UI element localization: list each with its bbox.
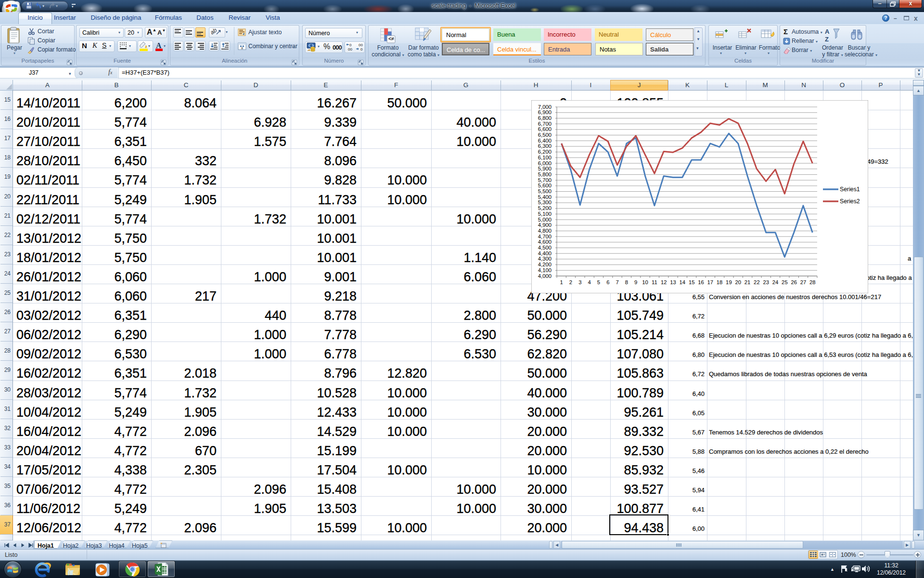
svg-text:13: 13 bbox=[670, 279, 676, 285]
svg-text:27: 27 bbox=[800, 279, 807, 285]
svg-text:5,400: 5,400 bbox=[538, 194, 552, 200]
svg-text:5,500: 5,500 bbox=[538, 188, 552, 194]
svg-text:26: 26 bbox=[791, 279, 797, 285]
svg-text:5,700: 5,700 bbox=[538, 177, 552, 183]
svg-text:00: 00 bbox=[348, 47, 352, 52]
svg-text:6,700: 6,700 bbox=[538, 121, 552, 127]
svg-text:6,400: 6,400 bbox=[538, 138, 552, 144]
svg-text:5,900: 5,900 bbox=[538, 166, 552, 171]
svg-text:6,300: 6,300 bbox=[538, 143, 552, 149]
svg-text:0: 0 bbox=[349, 43, 352, 47]
svg-text:22: 22 bbox=[754, 279, 760, 285]
svg-text:5,100: 5,100 bbox=[538, 211, 552, 217]
svg-text:5,800: 5,800 bbox=[538, 171, 552, 177]
svg-text:6,100: 6,100 bbox=[538, 155, 552, 160]
svg-text:6,500: 6,500 bbox=[538, 132, 552, 138]
svg-text:4,100: 4,100 bbox=[538, 267, 552, 273]
svg-text:10: 10 bbox=[642, 279, 648, 285]
svg-text:4,200: 4,200 bbox=[538, 262, 552, 267]
svg-text:28: 28 bbox=[809, 279, 816, 285]
svg-text:12: 12 bbox=[661, 279, 667, 285]
svg-text:19: 19 bbox=[726, 279, 732, 285]
svg-text:3: 3 bbox=[578, 279, 581, 285]
svg-text:9: 9 bbox=[634, 279, 637, 285]
svg-text:4,800: 4,800 bbox=[538, 228, 552, 234]
svg-text:24: 24 bbox=[772, 279, 779, 285]
svg-text:4,400: 4,400 bbox=[538, 250, 552, 256]
svg-text:4,000: 4,000 bbox=[538, 273, 552, 279]
svg-text:5,000: 5,000 bbox=[538, 217, 552, 223]
svg-text:00: 00 bbox=[359, 43, 363, 47]
svg-text:5,300: 5,300 bbox=[538, 199, 552, 205]
svg-text:6,800: 6,800 bbox=[538, 115, 552, 121]
svg-text:8: 8 bbox=[625, 279, 628, 285]
svg-text:11: 11 bbox=[652, 279, 657, 285]
svg-text:17: 17 bbox=[707, 279, 714, 285]
svg-text:5,600: 5,600 bbox=[538, 183, 552, 188]
svg-text:4,700: 4,700 bbox=[538, 234, 552, 239]
svg-text:0: 0 bbox=[360, 47, 363, 52]
svg-text:5,200: 5,200 bbox=[538, 205, 552, 211]
svg-text:6: 6 bbox=[606, 279, 609, 285]
svg-text:23: 23 bbox=[763, 279, 769, 285]
svg-text:4: 4 bbox=[588, 279, 590, 285]
svg-text:5: 5 bbox=[597, 279, 600, 285]
svg-text:7,000: 7,000 bbox=[538, 104, 552, 110]
svg-text:Series1: Series1 bbox=[840, 186, 860, 193]
svg-text:4,600: 4,600 bbox=[538, 239, 552, 245]
svg-text:<≠: <≠ bbox=[388, 36, 394, 41]
svg-text:18: 18 bbox=[717, 279, 723, 285]
svg-text:20: 20 bbox=[735, 279, 742, 285]
svg-text:4,500: 4,500 bbox=[538, 245, 552, 250]
svg-text:1: 1 bbox=[560, 279, 563, 285]
svg-text:4,300: 4,300 bbox=[538, 256, 552, 262]
svg-text:6,000: 6,000 bbox=[538, 160, 552, 166]
svg-text:25: 25 bbox=[782, 279, 788, 285]
svg-text:6,900: 6,900 bbox=[538, 109, 552, 115]
svg-text:7: 7 bbox=[616, 279, 618, 285]
svg-text:15: 15 bbox=[689, 279, 695, 285]
svg-text:2: 2 bbox=[569, 279, 572, 285]
svg-text:6,600: 6,600 bbox=[538, 126, 552, 132]
svg-text:Z: Z bbox=[825, 36, 829, 43]
svg-text:4,900: 4,900 bbox=[538, 222, 552, 228]
svg-text:a: a bbox=[241, 46, 243, 50]
svg-text:14: 14 bbox=[680, 279, 686, 285]
svg-text:6,200: 6,200 bbox=[538, 149, 552, 155]
svg-text:A: A bbox=[825, 28, 830, 35]
svg-text:21: 21 bbox=[744, 279, 751, 285]
svg-text:Series2: Series2 bbox=[840, 198, 860, 205]
svg-text:16: 16 bbox=[698, 279, 704, 285]
